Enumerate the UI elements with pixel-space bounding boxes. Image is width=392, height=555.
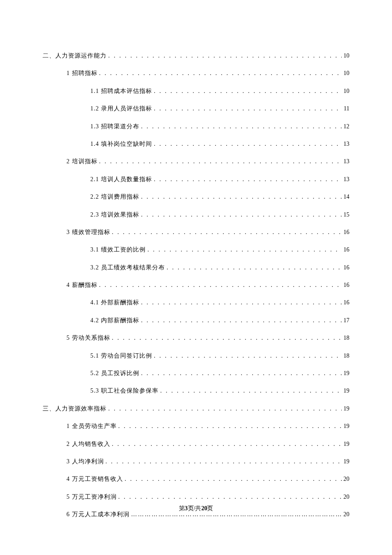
toc-title: 2.2 培训费用指标 bbox=[90, 192, 139, 202]
toc-title: 5 劳动关系指标 bbox=[66, 333, 110, 343]
toc-entry: 4.1 外部薪酬指标 . . . . . . . . . . . . . . .… bbox=[90, 298, 349, 307]
toc-entry: 1.1 招聘成本评估指标 . . . . . . . . . . . . . .… bbox=[90, 87, 349, 96]
toc-entry: 1.3 招聘渠道分布 . . . . . . . . . . . . . . .… bbox=[90, 122, 349, 131]
toc-entry: 5.3 职工社会保险参保率 . . . . . . . . . . . . . … bbox=[90, 386, 349, 396]
toc-title: 三、人力资源效率指标 bbox=[43, 404, 107, 413]
toc-title: 5.1 劳动合同签订比例 bbox=[90, 351, 152, 361]
toc-page-number: 16 bbox=[343, 298, 349, 307]
toc-leader: . . . . . . . . . . . . . . . . . . . . … bbox=[141, 316, 342, 325]
toc-entry: 3 绩效管理指标 . . . . . . . . . . . . . . . .… bbox=[66, 228, 349, 237]
toc-page-number: 19 bbox=[343, 404, 349, 413]
toc-title: 5 万元工资净利润 bbox=[66, 492, 117, 502]
toc-entry: 3 人均净利润 . . . . . . . . . . . . . . . . … bbox=[66, 457, 349, 466]
toc-entry: 5.1 劳动合同签订比例 . . . . . . . . . . . . . .… bbox=[90, 351, 349, 361]
toc-page-number: 16 bbox=[343, 263, 349, 272]
toc-leader: . . . . . . . . . . . . . . . . . . . . … bbox=[118, 422, 342, 431]
toc-entry: 二、人力资源运作能力 . . . . . . . . . . . . . . .… bbox=[43, 51, 349, 61]
toc-entry: 1 全员劳动生产率 . . . . . . . . . . . . . . . … bbox=[66, 422, 349, 431]
toc-page-number: 19 bbox=[343, 457, 349, 466]
page-footer: 第3页/共20页 bbox=[0, 505, 392, 512]
toc-page-number: 19 bbox=[343, 439, 349, 449]
toc-entry: 4 万元工资销售收入 . . . . . . . . . . . . . . .… bbox=[66, 474, 349, 484]
toc-page-number: 10 bbox=[343, 69, 349, 78]
toc-entry: 4.2 内部薪酬指标 . . . . . . . . . . . . . . .… bbox=[90, 316, 349, 325]
toc-entry: 5.2 员工投诉比例 . . . . . . . . . . . . . . .… bbox=[90, 369, 349, 378]
toc-entry: 5 劳动关系指标 . . . . . . . . . . . . . . . .… bbox=[66, 333, 349, 343]
toc-entry: 三、人力资源效率指标 . . . . . . . . . . . . . . .… bbox=[43, 404, 349, 413]
toc-title: 1 全员劳动生产率 bbox=[66, 422, 117, 431]
toc-leader: . . . . . . . . . . . . . . . . . . . . … bbox=[112, 333, 342, 343]
toc-page-number: 13 bbox=[343, 157, 349, 166]
toc-title: 2 培训指标 bbox=[66, 157, 98, 166]
toc-page-number: 19 bbox=[343, 386, 349, 396]
toc-page-number: 18 bbox=[343, 333, 349, 343]
toc-page-number: 20 bbox=[343, 474, 349, 484]
toc-title: 4 薪酬指标 bbox=[66, 280, 98, 290]
toc-title: 3 绩效管理指标 bbox=[66, 228, 110, 237]
toc-title: 1.1 招聘成本评估指标 bbox=[90, 87, 152, 96]
toc-leader: . . . . . . . . . . . . . . . . . . . . … bbox=[99, 69, 342, 78]
toc-page-number: 17 bbox=[343, 316, 349, 325]
toc-title: 3.1 绩效工资的比例 bbox=[90, 245, 146, 254]
toc-title: 1 招聘指标 bbox=[66, 69, 98, 78]
toc-page-number: 16 bbox=[343, 245, 349, 254]
toc-entry: 1.2 录用人员评估指标 . . . . . . . . . . . . . .… bbox=[90, 104, 349, 113]
toc-leader: . . . . . . . . . . . . . . . . . . . . … bbox=[106, 457, 342, 466]
toc-page-number: 13 bbox=[343, 139, 349, 149]
toc-title: 4 万元工资销售收入 bbox=[66, 474, 123, 484]
toc-entry: 2.3 培训效果指标 . . . . . . . . . . . . . . .… bbox=[90, 210, 349, 220]
toc-entry: 5 万元工资净利润 . . . . . . . . . . . . . . . … bbox=[66, 492, 349, 502]
toc-page-number: 19 bbox=[343, 422, 349, 431]
toc-leader: . . . . . . . . . . . . . . . . . . . . … bbox=[108, 404, 342, 413]
toc-leader: . . . . . . . . . . . . . . . . . . . . … bbox=[160, 386, 342, 396]
toc-leader: . . . . . . . . . . . . . . . . . . . . … bbox=[108, 51, 342, 61]
toc-entry: 3.2 员工绩效考核结果分布 . . . . . . . . . . . . .… bbox=[90, 263, 349, 272]
toc-page-number: 11 bbox=[344, 104, 349, 113]
toc-title: 3 人均净利润 bbox=[66, 457, 104, 466]
toc-title: 二、人力资源运作能力 bbox=[43, 51, 107, 61]
toc-leader: . . . . . . . . . . . . . . . . . . . . … bbox=[99, 157, 342, 166]
toc-leader: . . . . . . . . . . . . . . . . . . . . … bbox=[112, 439, 342, 449]
toc-page-number: 18 bbox=[343, 351, 349, 361]
toc-page-number: 16 bbox=[343, 228, 349, 237]
toc-entry: 1.4 填补岗位空缺时间 . . . . . . . . . . . . . .… bbox=[90, 139, 349, 149]
toc-title: 1.2 录用人员评估指标 bbox=[90, 104, 152, 113]
toc-leader: . . . . . . . . . . . . . . . . . . . . … bbox=[141, 192, 342, 202]
toc-page-number: 10 bbox=[343, 51, 349, 61]
toc-title: 2 人均销售收入 bbox=[66, 439, 110, 449]
footer-total-pages: 20 bbox=[201, 505, 207, 512]
toc-leader: . . . . . . . . . . . . . . . . . . . . … bbox=[125, 474, 342, 484]
toc-entry: 2 培训指标 . . . . . . . . . . . . . . . . .… bbox=[66, 157, 349, 166]
toc-title: 1.4 填补岗位空缺时间 bbox=[90, 139, 152, 149]
toc-entry: 1 招聘指标 . . . . . . . . . . . . . . . . .… bbox=[66, 69, 349, 78]
toc-leader: . . . . . . . . . . . . . . . . . . . . … bbox=[141, 369, 342, 378]
toc-page-number: 12 bbox=[343, 122, 349, 131]
toc-leader: . . . . . . . . . . . . . . . . . . . . … bbox=[154, 175, 342, 184]
toc-leader: . . . . . . . . . . . . . . . . . . . . … bbox=[141, 210, 342, 220]
toc-page-number: 20 bbox=[343, 492, 349, 502]
toc-entry: 3.1 绩效工资的比例 . . . . . . . . . . . . . . … bbox=[90, 245, 349, 254]
toc-leader: . . . . . . . . . . . . . . . . . . . . … bbox=[154, 104, 342, 113]
footer-prefix: 第 bbox=[179, 505, 185, 512]
toc-title: 2.1 培训人员数量指标 bbox=[90, 175, 152, 184]
footer-suffix: 页 bbox=[207, 505, 213, 512]
toc-leader: . . . . . . . . . . . . . . . . . . . . … bbox=[118, 492, 342, 502]
toc-leader: . . . . . . . . . . . . . . . . . . . . … bbox=[167, 263, 342, 272]
toc-page-number: 19 bbox=[343, 369, 349, 378]
toc-page-number: 15 bbox=[343, 210, 349, 220]
toc-title: 3.2 员工绩效考核结果分布 bbox=[90, 263, 165, 272]
toc-entry: 2 人均销售收入 . . . . . . . . . . . . . . . .… bbox=[66, 439, 349, 449]
toc-page-number: 10 bbox=[343, 87, 349, 96]
toc-leader: . . . . . . . . . . . . . . . . . . . . … bbox=[141, 298, 342, 307]
toc-page-number: 16 bbox=[343, 280, 349, 290]
toc-title: 4.2 内部薪酬指标 bbox=[90, 316, 139, 325]
toc-leader: . . . . . . . . . . . . . . . . . . . . … bbox=[154, 87, 342, 96]
toc-leader: . . . . . . . . . . . . . . . . . . . . … bbox=[154, 139, 342, 149]
footer-current-page: 3 bbox=[185, 505, 188, 512]
toc-entry: 2.1 培训人员数量指标 . . . . . . . . . . . . . .… bbox=[90, 175, 349, 184]
toc-title: 4.1 外部薪酬指标 bbox=[90, 298, 139, 307]
toc-entry: 2.2 培训费用指标 . . . . . . . . . . . . . . .… bbox=[90, 192, 349, 202]
toc-page-number: 13 bbox=[343, 175, 349, 184]
toc-entry: 4 薪酬指标 . . . . . . . . . . . . . . . . .… bbox=[66, 280, 349, 290]
toc-leader: . . . . . . . . . . . . . . . . . . . . … bbox=[154, 351, 342, 361]
